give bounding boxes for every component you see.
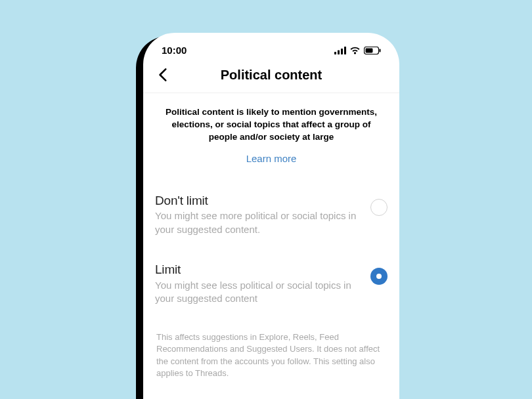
footer-note: This affects suggestions in Explore, Ree… <box>155 331 388 379</box>
cellular-icon <box>334 47 346 54</box>
svg-rect-1 <box>338 50 340 54</box>
svg-rect-6 <box>380 49 381 52</box>
svg-rect-3 <box>344 47 346 54</box>
option-desc: You might see less political or social t… <box>155 279 359 306</box>
radio-checked-icon[interactable] <box>370 268 388 285</box>
option-title: Don't limit <box>155 194 359 209</box>
option-dont-limit[interactable]: Don't limit You might see more political… <box>155 194 388 236</box>
back-icon[interactable] <box>155 66 172 83</box>
option-limit[interactable]: Limit You might see less political or so… <box>155 262 388 305</box>
radio-unchecked-icon[interactable] <box>370 199 388 216</box>
intro-block: Political content is likely to mention g… <box>143 93 399 165</box>
option-title: Limit <box>155 262 359 278</box>
learn-more-link[interactable]: Learn more <box>246 153 297 164</box>
status-time: 10:00 <box>162 45 187 56</box>
status-bar: 10:00 <box>143 33 399 61</box>
page-title: Political content <box>143 68 399 83</box>
option-desc: You might see more political or social t… <box>155 209 359 236</box>
battery-icon <box>364 47 381 54</box>
wifi-icon <box>349 47 361 54</box>
intro-text: Political content is likely to mention g… <box>162 106 381 144</box>
svg-rect-5 <box>366 48 373 52</box>
status-indicators <box>334 47 381 54</box>
options-list: Don't limit You might see more political… <box>143 165 399 379</box>
svg-rect-2 <box>341 49 343 54</box>
page-header: Political content <box>143 61 399 93</box>
option-text: Limit You might see less political or so… <box>155 262 370 305</box>
phone-frame: 10:00 Political content Political con <box>143 33 399 399</box>
svg-rect-0 <box>334 52 336 54</box>
option-text: Don't limit You might see more political… <box>155 194 370 236</box>
